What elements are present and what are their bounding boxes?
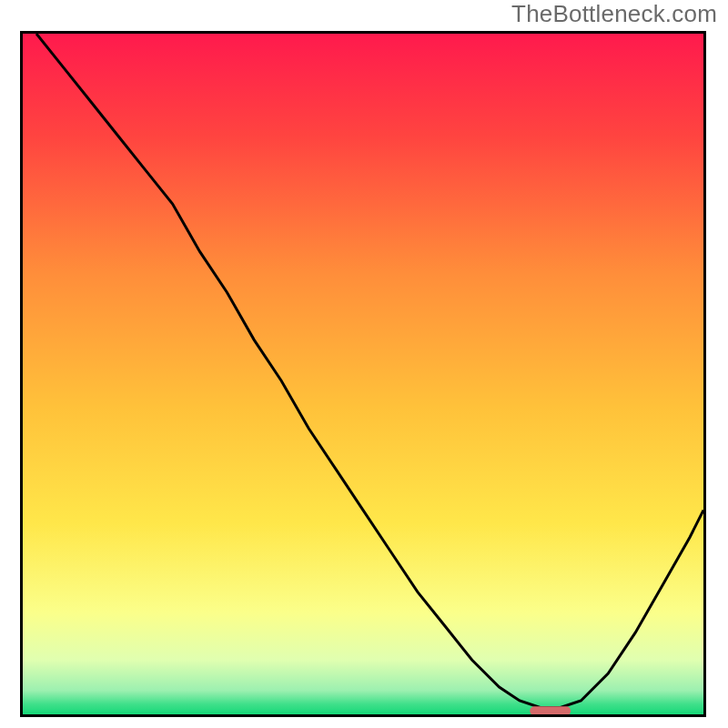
optimal-marker [530,706,571,714]
gradient-background [23,34,703,714]
plot-svg [23,34,703,714]
chart-container: TheBottleneck.com [0,0,728,728]
plot-frame [20,31,706,717]
watermark-text: TheBottleneck.com [511,0,717,28]
